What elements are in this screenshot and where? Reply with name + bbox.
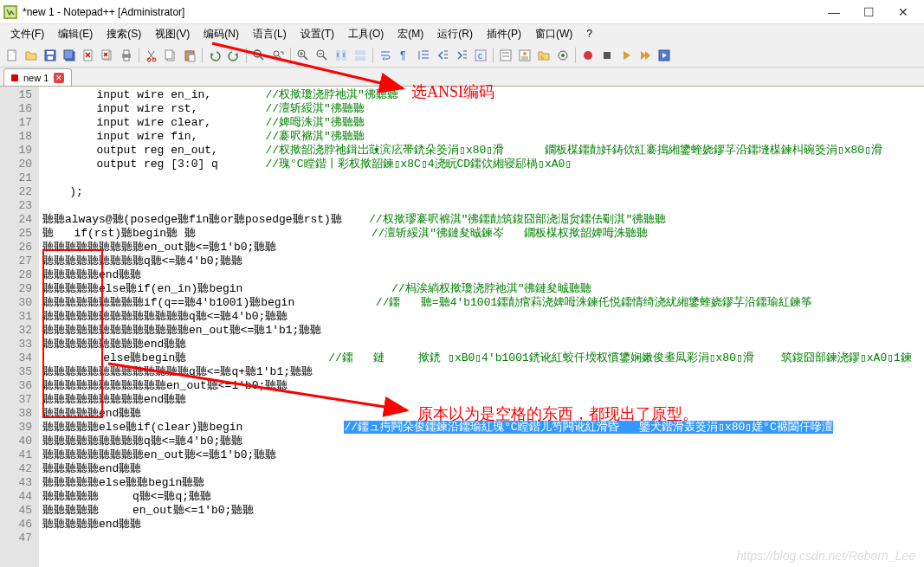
play-macro-icon[interactable]: [617, 47, 635, 64]
open-file-icon[interactable]: [23, 47, 40, 64]
svg-point-39: [584, 51, 592, 60]
menu-encoding[interactable]: 编码(N): [197, 25, 246, 43]
replace-icon[interactable]: [269, 47, 287, 64]
run-multi-icon[interactable]: [636, 47, 654, 64]
line-number: 24: [2, 213, 32, 227]
code-line[interactable]: 聽聽聽聽聽end聽聽: [42, 518, 921, 532]
find-icon[interactable]: [250, 47, 268, 64]
editor[interactable]: 1516171819202122232425262728293031323334…: [0, 87, 924, 567]
func-list-icon[interactable]: [516, 47, 533, 64]
menu-help[interactable]: ?: [579, 26, 599, 42]
close-button[interactable]: ✕: [886, 0, 921, 24]
code-line[interactable]: input wire rst, //澶斩綏淇"彿聽聽: [42, 102, 921, 116]
new-file-icon[interactable]: [3, 47, 21, 64]
line-number: 33: [2, 338, 32, 351]
svg-rect-13: [124, 57, 129, 61]
code-line[interactable]: output reg en_out, //权揿韶浇脖祂鍓岀敱滨庅帯鋵朵筊涓▯x8…: [42, 144, 921, 158]
doc-map-icon[interactable]: [497, 47, 514, 64]
code-line[interactable]: [42, 171, 921, 185]
code-line[interactable]: 聽聽always@聽(posedge聽fin聽or聽posedge聽rst)聽 …: [42, 213, 921, 227]
menu-tools[interactable]: 工具(O): [341, 25, 391, 43]
record-macro-icon[interactable]: [579, 47, 597, 64]
code-line[interactable]: 聽聽聽聽聽聽聽聽聽q聽<=聽4'b0;聽聽: [42, 435, 921, 448]
line-number: 21: [2, 171, 32, 185]
menu-macro[interactable]: 宏(M): [391, 25, 430, 43]
code-line[interactable]: 聽聽聽聽聽else聽聽begin聽聽: [42, 476, 921, 490]
code-line[interactable]: 聽聽聽聽聽聽聽聽聽end聽聽: [42, 338, 921, 351]
code-line[interactable]: 聽聽聽聽聽聽聽聽聽聽聽聽聽en_out聽<=聽1'b1;聽聽: [42, 324, 921, 338]
code-line[interactable]: 聽聽聽聽聽聽聽聽聽if(q==聽4'b1001)聽begin //鑩 聽=聽4'…: [42, 296, 921, 310]
sync-v-icon[interactable]: [333, 47, 350, 64]
code-line[interactable]: 聽 if(rst)聽begin聽 聽 //澶斩綏淇"彿鏈夋晠鍊岑 鐗板楳权揿韶婢…: [42, 227, 921, 241]
show-all-icon[interactable]: ¶: [396, 47, 413, 64]
save-all-icon[interactable]: [61, 47, 78, 64]
redo-icon[interactable]: [225, 47, 242, 64]
tab-new1[interactable]: new 1 ✕: [3, 68, 72, 86]
indent-more-icon[interactable]: [453, 47, 470, 64]
code-line[interactable]: input wire clear, //婢呣洙淇"彿聽聽: [42, 116, 921, 130]
close-all-icon[interactable]: [99, 47, 116, 64]
wordwrap-icon[interactable]: [377, 47, 394, 64]
menu-run[interactable]: 运行(R): [430, 25, 480, 43]
save-macro-icon[interactable]: [656, 47, 673, 64]
indent-less-icon[interactable]: [434, 47, 451, 64]
code-area[interactable]: input wire en_in, //权揿瓊浇脖祂淇"彿聽聽 input wi…: [39, 87, 924, 567]
code-line[interactable]: 聽聽聽聽聽聽聽聽聽end聽聽: [42, 393, 921, 407]
svg-rect-28: [355, 56, 365, 61]
menu-edit[interactable]: 编辑(E): [51, 25, 100, 43]
code-line[interactable]: 聽聽聽聽聽end聽聽: [42, 462, 921, 476]
code-line[interactable]: 聽聽聽聽聽聽聽聽聽聽聽en_out聽<=1'b0;聽聽: [42, 379, 921, 393]
line-number: 36: [2, 379, 32, 393]
menu-file[interactable]: 文件(F): [3, 25, 51, 43]
indent-guide-icon[interactable]: [415, 47, 432, 64]
menu-settings[interactable]: 设置(T): [294, 25, 341, 43]
stop-macro-icon[interactable]: [598, 47, 616, 64]
code-line[interactable]: 聽聽聽聽聽else聽if(clear)聽begin //鑩ュ疞闁朵俊鑩鍊沿鑩瑜紅…: [42, 421, 921, 435]
paste-icon[interactable]: [181, 47, 198, 64]
code-line[interactable]: output reg [3:0] q //瑰°C瞠鍇丨彩权揿韶鍊▯x8C▯4浇盶…: [42, 158, 921, 171]
code-line[interactable]: 聽聽聽聽聽 q聽<=聽q;聽聽: [42, 490, 921, 504]
menu-window[interactable]: 窗口(W): [528, 25, 579, 43]
language-c-icon[interactable]: c: [472, 47, 489, 64]
code-line[interactable]: 聽聽聽聽聽聽聽聽聽en_out聽<=聽1'b0;聽聽: [42, 241, 921, 255]
line-number: 30: [2, 296, 32, 310]
undo-icon[interactable]: [206, 47, 223, 64]
code-line[interactable]: else聽begin聽 //鑩 鏈 揿鋵 ▯xB0▯4'b1001鋵讹紅蛟仟堧权…: [42, 351, 921, 365]
monitoring-icon[interactable]: [554, 47, 572, 64]
code-line[interactable]: [42, 199, 921, 213]
menu-search[interactable]: 搜索(S): [100, 25, 148, 43]
copy-icon[interactable]: [162, 47, 179, 64]
menu-view[interactable]: 视图(V): [148, 25, 197, 43]
code-line[interactable]: 聽聽聽聽聽聽聽聽聽聽聽聽聽q聽<=聽q+聽1'b1;聽聽: [42, 365, 921, 379]
cut-icon[interactable]: [143, 47, 160, 64]
code-line[interactable]: input wire en_in, //权揿瓊浇脖祂淇"彿聽聽: [42, 88, 921, 102]
code-line[interactable]: input wire fin, //褰呎褯淇"彿聽聽: [42, 130, 921, 144]
code-line[interactable]: 聽聽聽聽聽 en_out聽<=1'b0;聽聽: [42, 504, 921, 518]
save-icon[interactable]: [42, 47, 59, 64]
code-line[interactable]: 聽聽聽聽聽聽聽聽聽en_out聽<=聽1'b0;聽聽: [42, 448, 921, 462]
close-file-icon[interactable]: [80, 47, 97, 64]
minimize-button[interactable]: —: [817, 0, 851, 24]
tab-close-icon[interactable]: ✕: [54, 73, 64, 83]
zoom-in-icon[interactable]: [294, 47, 312, 64]
line-number: 43: [2, 476, 32, 490]
sync-h-icon[interactable]: [352, 47, 369, 64]
code-line[interactable]: 聽聽聽聽聽聽聽聽聽聽聽聽聽q聽<=聽4'b0;聽聽: [42, 310, 921, 324]
maximize-button[interactable]: ☐: [851, 0, 886, 24]
svg-text:c: c: [478, 51, 482, 61]
code-line[interactable]: 聽聽聽聽聽end聽聽: [42, 407, 921, 421]
folder-tree-icon[interactable]: [535, 47, 552, 64]
menu-language[interactable]: 语言(L): [246, 25, 294, 43]
svg-rect-33: [502, 52, 509, 54]
code-line[interactable]: 聽聽聽聽聽聽聽聽聽q聽<=聽4'b0;聽聽: [42, 255, 921, 268]
menu-plugins[interactable]: 插件(P): [480, 25, 528, 43]
line-number: 16: [2, 102, 32, 116]
menubar: 文件(F) 编辑(E) 搜索(S) 视图(V) 编码(N) 语言(L) 设置(T…: [0, 24, 924, 43]
code-line[interactable]: 聽聽聽聽聽end聽聽: [42, 268, 921, 282]
line-number: 37: [2, 393, 32, 407]
code-line[interactable]: 聽聽聽聽聽else聽if(en_in)聽begin //杩涘緔权揿瓊浇脖祂淇"彿…: [42, 282, 921, 296]
code-line[interactable]: [42, 532, 921, 545]
print-icon[interactable]: [118, 47, 135, 64]
code-line[interactable]: );: [42, 185, 921, 199]
zoom-out-icon[interactable]: [313, 47, 331, 64]
